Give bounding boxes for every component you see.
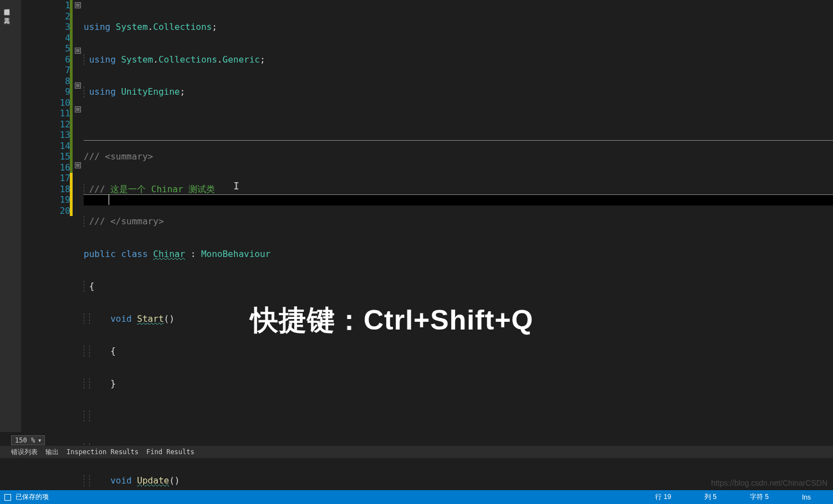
fold-column: ⊟ ⊟ ⊟ ⊟ ⊟ [74,0,84,432]
status-bar: 已保存的项 行 19 列 5 字符 5 Ins [0,490,833,504]
line-number: 2 [21,11,74,22]
chevron-down-icon[interactable]: ▼ [38,438,41,443]
line-number: 16 [21,162,74,173]
status-column: 列 5 [704,492,717,502]
code-editor[interactable]: 1 2 3 4 5 6 7 8 9 10 11 12 13 14 15 16 1… [21,0,833,432]
line-number: 4 [21,33,74,44]
fold-toggle-icon[interactable]: ⊟ [75,162,81,168]
tab-find-results[interactable]: Find Results [146,448,195,456]
line-number: 12 [21,119,74,130]
bottom-panel-tabs: 错误列表 输出 Inspection Results Find Results [0,446,833,458]
side-tab-toolbox[interactable]: 工具箱 [0,9,13,18]
line-number: 20 [21,205,74,217]
side-panel: 服务器资源管理器 工具箱 [0,0,21,432]
line-number: 15 [21,151,74,162]
status-saved-text: 已保存的项 [16,492,49,502]
tab-error-list[interactable]: 错误列表 [11,448,38,457]
text-caret [109,194,109,205]
line-number: 10 [21,97,74,109]
tab-inspection-results[interactable]: Inspection Results [67,448,139,456]
line-number: 17 [21,173,74,184]
line-number: 8 [21,76,74,87]
shortcut-overlay-text: 快捷键：Ctrl+Shift+Q [251,302,533,339]
status-icon[interactable] [4,494,11,501]
line-number: 18 [21,184,74,195]
line-number: 1 [21,0,74,11]
side-tab-server-explorer[interactable]: 服务器资源管理器 [0,0,13,9]
line-number: 5 [21,43,74,54]
line-number: 9 [21,86,74,97]
watermark-text: https://blog.csdn.net/ChinarCSDN [711,479,827,487]
i-beam-cursor-icon: I [233,180,239,192]
status-line: 行 19 [655,492,671,502]
zoom-control[interactable]: 150 % ▼ [11,434,45,446]
tab-output[interactable]: 输出 [45,448,59,457]
status-char: 字符 5 [750,492,769,502]
line-number: 7 [21,65,74,76]
zoom-value: 150 % [15,436,35,444]
line-number: 3 [21,22,74,33]
line-number: 13 [21,130,74,141]
line-number: 19 [21,194,74,205]
line-number: 14 [21,141,74,152]
line-number: 11 [21,108,74,119]
line-number-gutter: 1 2 3 4 5 6 7 8 9 10 11 12 13 14 15 16 1… [21,0,74,432]
status-insert-mode[interactable]: Ins [802,493,811,501]
code-content[interactable]: using System.Collections; using System.C… [84,0,833,432]
line-number: 6 [21,54,74,65]
